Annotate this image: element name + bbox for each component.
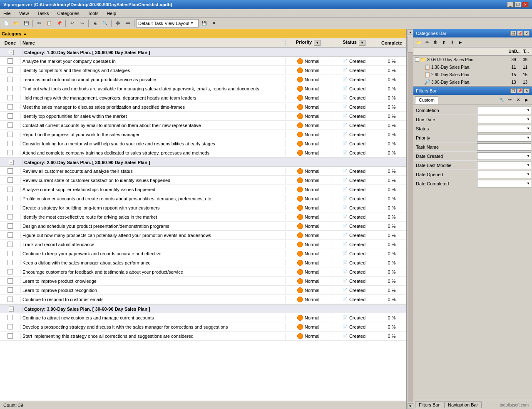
- toolbar-new[interactable]: 📄: [2, 19, 11, 28]
- task-checkbox[interactable]: [7, 223, 13, 229]
- task-checkbox[interactable]: [7, 187, 13, 192]
- task-checkbox[interactable]: [7, 77, 13, 82]
- task-checkbox[interactable]: [7, 214, 13, 219]
- filters-close-button[interactable]: ✕: [524, 88, 530, 93]
- task-checkbox[interactable]: [7, 141, 13, 146]
- toolbar-paste[interactable]: 📌: [55, 19, 64, 28]
- toolbar-layout-save[interactable]: 💾: [199, 19, 209, 28]
- task-checkbox[interactable]: [7, 251, 13, 256]
- toolbar-layout-del[interactable]: ✕: [209, 19, 219, 28]
- task-checkbox[interactable]: [7, 113, 13, 119]
- task-checkbox[interactable]: [7, 315, 13, 320]
- task-checkbox[interactable]: [7, 232, 13, 238]
- task-checkbox[interactable]: [7, 58, 13, 64]
- task-checkbox[interactable]: [7, 269, 13, 274]
- task-checkbox[interactable]: [7, 196, 13, 201]
- cat-expand-cat1[interactable]: -: [9, 50, 14, 55]
- status-filter-button[interactable]: ▼: [359, 40, 365, 46]
- filters-pin-button[interactable]: 📌: [517, 88, 523, 93]
- filters-restore-button[interactable]: ❐: [510, 88, 516, 93]
- task-checkbox[interactable]: [7, 287, 13, 293]
- filter-dropdown[interactable]: ▼: [477, 162, 531, 169]
- menu-tasks[interactable]: Tasks: [35, 10, 50, 16]
- filter-text-input[interactable]: [477, 143, 531, 151]
- cat-up-button[interactable]: ⬆: [440, 39, 447, 46]
- filter-dropdown[interactable]: ▼: [477, 125, 531, 132]
- task-checkbox[interactable]: [7, 324, 13, 329]
- toolbar-cut[interactable]: ✂: [35, 19, 44, 28]
- close-button[interactable]: ✕: [522, 2, 529, 7]
- task-checkbox[interactable]: [7, 86, 13, 91]
- menu-file[interactable]: File: [2, 10, 12, 16]
- task-checkbox[interactable]: [7, 297, 13, 302]
- cat-list-item[interactable]: 📋 2.60-Day Sales Plan. 15 15: [413, 71, 532, 78]
- toolbar-save[interactable]: 💾: [22, 19, 31, 28]
- scroll-up-button[interactable]: ▲: [408, 29, 413, 35]
- toolbar-search[interactable]: 🔍: [100, 19, 109, 28]
- main-scrollbar[interactable]: ▲ ▼: [407, 29, 413, 409]
- restore-button[interactable]: ❐: [515, 2, 521, 7]
- task-checkbox[interactable]: [7, 242, 13, 247]
- cat-expand-cat2[interactable]: -: [9, 160, 14, 165]
- col-header-priority[interactable]: Priority ▼: [286, 39, 331, 47]
- task-checkbox[interactable]: [7, 333, 13, 339]
- categories-pin-button[interactable]: 📌: [517, 31, 523, 36]
- task-checkbox[interactable]: [7, 168, 13, 174]
- col-header-done[interactable]: Done: [0, 40, 21, 46]
- task-checkbox[interactable]: [7, 67, 13, 73]
- cat-list-item[interactable]: 🔎 3.90-Day Sales Plan. 13 13: [413, 78, 532, 86]
- cat-edit-button[interactable]: ✏: [423, 39, 431, 46]
- task-checkbox[interactable]: [7, 205, 13, 210]
- categories-restore-button[interactable]: ❐: [510, 31, 516, 36]
- cat-delete-button[interactable]: 🗑: [432, 39, 439, 46]
- priority-filter-button[interactable]: ▼: [314, 40, 321, 46]
- toolbar-undo[interactable]: ↩: [67, 19, 77, 28]
- toolbar-task-add[interactable]: ➕: [113, 19, 122, 28]
- cat-add-button[interactable]: 📁: [415, 39, 423, 46]
- filter-edit-button[interactable]: ✏: [506, 96, 514, 104]
- layout-dropdown[interactable]: Default Task View Layout ▼: [136, 19, 199, 27]
- menu-tools[interactable]: Tools: [86, 10, 100, 16]
- filter-more-button[interactable]: ▶: [523, 96, 530, 104]
- cat-list-item[interactable]: 📋 1.30-Day Sales Plan. 11 11: [413, 63, 532, 71]
- filter-dropdown[interactable]: ▼: [477, 180, 531, 187]
- cat-more-button[interactable]: ▶: [457, 39, 464, 46]
- task-checkbox[interactable]: [7, 177, 13, 183]
- task-checkbox[interactable]: [7, 260, 13, 265]
- toolbar-print[interactable]: 🖨: [90, 19, 99, 28]
- filter-add-button[interactable]: 🔧: [498, 96, 505, 104]
- filter-dropdown[interactable]: ▼: [477, 171, 531, 178]
- menu-help[interactable]: Help: [105, 10, 118, 16]
- menu-view[interactable]: View: [17, 10, 31, 16]
- filter-dropdown[interactable]: ▼: [477, 107, 531, 114]
- filter-tab-custom[interactable]: Custom: [415, 96, 438, 104]
- task-list-scroll[interactable]: - Category: 1.30-Day Sales Plan. [ 30-60…: [0, 47, 406, 401]
- task-checkbox[interactable]: [7, 278, 13, 284]
- col-header-complete[interactable]: Complete: [377, 40, 406, 46]
- tab-navigation-bar[interactable]: Navigation Bar: [444, 402, 482, 408]
- filter-dropdown[interactable]: ▼: [477, 152, 531, 160]
- task-checkbox[interactable]: [7, 95, 13, 100]
- cat-down-button[interactable]: ⬇: [448, 39, 456, 46]
- tab-filters-bar[interactable]: Filters Bar: [415, 402, 443, 408]
- task-checkbox[interactable]: [7, 122, 13, 128]
- filter-dropdown[interactable]: ▼: [477, 134, 531, 142]
- menu-categories[interactable]: Categories: [56, 10, 81, 16]
- col-header-name[interactable]: Name: [21, 40, 286, 46]
- filter-dropdown[interactable]: ▼: [477, 116, 531, 123]
- task-checkbox[interactable]: [7, 132, 13, 137]
- minimize-button[interactable]: _: [507, 2, 514, 7]
- toolbar-redo[interactable]: ↪: [77, 19, 87, 28]
- toolbar-copy[interactable]: 📋: [45, 19, 54, 28]
- toolbar-open[interactable]: 📂: [12, 19, 21, 28]
- scroll-thumb[interactable]: [408, 36, 413, 52]
- cat-item-expand[interactable]: -: [415, 57, 419, 62]
- toolbar-task-del[interactable]: ➖: [123, 19, 132, 28]
- scroll-down-button[interactable]: ▼: [408, 403, 413, 409]
- task-checkbox[interactable]: [7, 150, 13, 155]
- cat-list-item[interactable]: - 📁 30-60-90 Day Sales Plan 39 39: [413, 56, 532, 63]
- task-checkbox[interactable]: [7, 104, 13, 110]
- categories-close-button[interactable]: ✕: [524, 31, 530, 36]
- col-header-status[interactable]: Status ▼: [331, 39, 377, 47]
- filter-delete-button[interactable]: ✕: [515, 96, 522, 104]
